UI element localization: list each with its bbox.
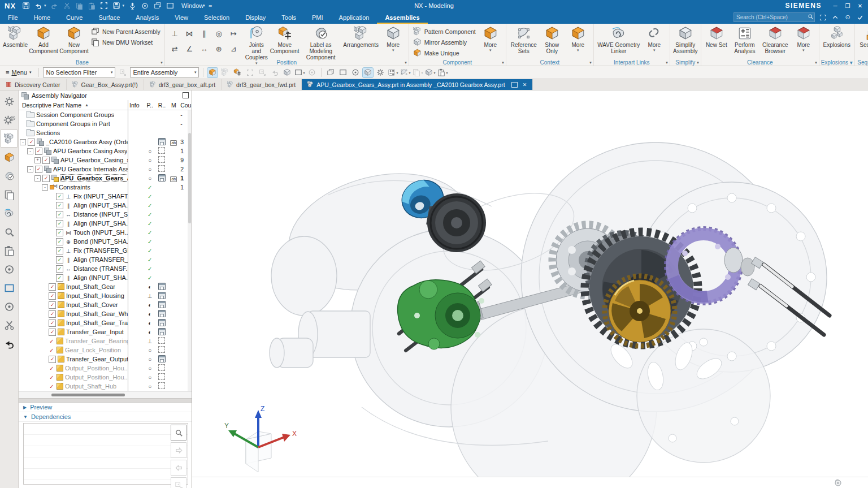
tree-row[interactable]: ✓Transfer_Gear_Output○ bbox=[19, 355, 192, 364]
tab-home[interactable]: Home bbox=[26, 12, 58, 24]
tab-discovery-center[interactable]: Discovery Center bbox=[0, 79, 67, 90]
tree-row[interactable]: ✓↔Distance (INPUT_S...✓ bbox=[19, 210, 192, 219]
base-launcher-icon[interactable]: ▾ bbox=[160, 61, 163, 65]
collapse-icon[interactable]: - bbox=[34, 175, 41, 182]
component-checkbox[interactable]: ✓ bbox=[35, 148, 42, 155]
preview-section-header[interactable]: ▶ Preview bbox=[19, 403, 192, 412]
tree-row[interactable]: ✓⊕Bond (INPUT_SHA...✓ bbox=[19, 237, 192, 246]
tree-item-label[interactable]: Bond (INPUT_SHA... bbox=[73, 238, 128, 245]
tab-tools[interactable]: Tools bbox=[274, 12, 304, 24]
tab-assemblies[interactable]: Assemblies bbox=[377, 12, 427, 24]
component-checkbox[interactable]: ✓ bbox=[56, 202, 63, 209]
assembly-tree[interactable]: Session Component Groups-Component Group… bbox=[19, 110, 192, 391]
tree-item-label[interactable]: Transfer_Gear_Bearing bbox=[65, 338, 128, 344]
tree-item-label[interactable]: APU Gearbox Internals Assy bbox=[53, 166, 128, 172]
tree-item-label[interactable]: APU_Gearbox_Casing_su... bbox=[60, 157, 128, 163]
component-checkbox[interactable]: ✓ bbox=[49, 329, 56, 336]
sidebar-item-reuse-library[interactable] bbox=[1, 186, 17, 203]
tree-item-label[interactable]: Component Groups in Part bbox=[36, 120, 110, 127]
position-circle-icon[interactable]: ○ bbox=[148, 347, 151, 353]
explosions-button[interactable]: Explosions bbox=[822, 24, 852, 48]
interpart-more-button[interactable]: More▾ bbox=[641, 24, 667, 53]
column-descriptive-part-name[interactable]: Descriptive Part Name bbox=[22, 102, 81, 109]
tab-drf3-gear-box-fwd[interactable]: drf3_gear_box_fwd.prt bbox=[222, 79, 302, 90]
clearance-browser-button[interactable]: Clearance Browser bbox=[760, 24, 791, 54]
sidebar-item-history[interactable] bbox=[1, 298, 17, 315]
tree-row[interactable]: Component Groups in Part- bbox=[19, 119, 192, 128]
component-checkbox[interactable]: ✓ bbox=[42, 157, 50, 164]
render-gears-icon[interactable] bbox=[375, 68, 385, 77]
position-circle-icon[interactable]: ○ bbox=[148, 175, 151, 182]
tab-selection[interactable]: Selection bbox=[196, 12, 237, 24]
tree-row[interactable]: -✓APU_Gearbox_Gears_Assy○ab1 bbox=[19, 174, 192, 183]
expand-icon[interactable]: + bbox=[34, 157, 41, 163]
lasso-icon[interactable] bbox=[270, 68, 280, 77]
component-checkbox[interactable]: ✓ bbox=[56, 211, 63, 218]
dependencies-section-header[interactable]: ▼ Dependencies bbox=[19, 412, 192, 422]
tree-item-label[interactable]: Input_Shaft_Gear_Tran... bbox=[66, 319, 128, 326]
close-tab-icon[interactable]: ✕ bbox=[523, 82, 527, 88]
constraint-nav-icon[interactable] bbox=[257, 68, 267, 77]
column-count[interactable]: Cou bbox=[179, 102, 192, 109]
cylinder-style-icon[interactable]: ▾ bbox=[425, 68, 435, 77]
restore-tab-icon[interactable] bbox=[511, 82, 518, 88]
collapse-icon[interactable]: - bbox=[27, 166, 33, 172]
component-more-button[interactable]: More▾ bbox=[478, 24, 504, 53]
window-grid-icon[interactable]: ▾ bbox=[388, 68, 398, 77]
paste-icon[interactable] bbox=[88, 2, 96, 10]
constraint-type-icon-8[interactable]: ⊕ bbox=[214, 43, 224, 55]
redo-icon[interactable] bbox=[50, 2, 59, 10]
tree-horizontal-scrollbar[interactable] bbox=[19, 391, 192, 398]
simplify-launcher-icon[interactable]: ▾ bbox=[697, 61, 699, 65]
tree-item-label[interactable]: Output_Position_Hou... bbox=[65, 374, 128, 381]
tree-row[interactable]: -✓APU Gearbox Casing Assy○1 bbox=[19, 146, 192, 156]
interpart-launcher-icon[interactable]: ▾ bbox=[666, 61, 668, 65]
constraint-type-icon-7[interactable]: ↔ bbox=[199, 43, 210, 55]
component-launcher-icon[interactable]: ▾ bbox=[502, 61, 504, 65]
perform-analysis-button[interactable]: Perform Analysis bbox=[730, 24, 760, 54]
constraint-type-icon-5[interactable]: ⇄ bbox=[170, 43, 180, 55]
sidebar-item-roles[interactable] bbox=[1, 111, 17, 128]
graphics-window[interactable]: Z Y X bbox=[192, 90, 868, 488]
position-circle-icon[interactable]: ○ bbox=[148, 356, 151, 362]
clearance-launcher-icon[interactable]: ▾ bbox=[815, 61, 817, 65]
component-check-icon[interactable]: ✓ bbox=[49, 347, 55, 353]
constraint-type-icon-0[interactable]: ⊥ bbox=[170, 28, 180, 40]
reset-filter-icon[interactable] bbox=[118, 68, 128, 77]
tree-row[interactable]: ✓Output_Position_Hou...○ bbox=[19, 364, 192, 373]
tree-row[interactable]: ✓∥Align (INPUT_SHA...✓ bbox=[19, 273, 192, 282]
reference-sets-button[interactable]: Reference Sets bbox=[509, 24, 539, 54]
component-checkbox[interactable]: ✓ bbox=[49, 310, 56, 318]
component-checkbox[interactable]: ✓ bbox=[49, 301, 56, 309]
constraint-type-icon-4[interactable]: ↦ bbox=[228, 28, 239, 40]
tree-row[interactable]: ✓Output_Position_Hou...○ bbox=[19, 373, 192, 382]
constraint-type-icon-1[interactable]: ⋈ bbox=[184, 28, 195, 40]
sidebar-item-internet[interactable] bbox=[1, 279, 17, 296]
snap-point-icon[interactable] bbox=[207, 68, 218, 77]
mirror-assembly-button[interactable]: Mirror Assembly bbox=[411, 37, 478, 47]
tree-row[interactable]: ✓↔Distance (TRANSF...✓ bbox=[19, 264, 192, 273]
show-degrees-icon[interactable] bbox=[282, 68, 292, 77]
tree-item-label[interactable]: Sections bbox=[36, 129, 60, 136]
sidebar-item-hd3d-tools[interactable] bbox=[1, 205, 17, 222]
dependencies-search-button[interactable] bbox=[171, 425, 186, 441]
selection-scope-dropdown[interactable]: Entire Assembly▾ bbox=[130, 67, 199, 77]
tab-view[interactable]: View bbox=[167, 12, 196, 24]
dependencies-list[interactable] bbox=[23, 423, 188, 485]
tree-row[interactable]: ✓Gear_Lock_Position○ bbox=[19, 346, 192, 355]
cascade-windows-icon[interactable] bbox=[153, 2, 162, 10]
undock-panel-icon[interactable] bbox=[183, 92, 189, 98]
position-circle-icon[interactable]: ○ bbox=[148, 148, 151, 154]
tree-row[interactable]: ✓⊥Fix (INPUT_SHAFT...✓ bbox=[19, 192, 192, 201]
sidebar-item-constraint-navigator[interactable] bbox=[1, 149, 17, 166]
undo-icon[interactable] bbox=[34, 2, 42, 10]
component-checkbox[interactable]: ✓ bbox=[56, 193, 63, 200]
assemble-button[interactable]: Assemble bbox=[2, 24, 28, 48]
tree-row[interactable]: ✓Transfer_Gear_Input◐ bbox=[19, 327, 192, 336]
tree-row[interactable]: -✓_CA2010 Gearbox Assy (Order: C...ab3 bbox=[19, 137, 192, 146]
tree-row[interactable]: ✓∥Align (TRANSFER_...✓ bbox=[19, 255, 192, 264]
component-check-icon[interactable]: ✓ bbox=[49, 374, 55, 381]
selection-filter-dropdown[interactable]: No Selection Filter▾ bbox=[43, 67, 115, 77]
tree-row[interactable]: ✓Input_Shaft_Housing⊥ bbox=[19, 291, 192, 300]
tree-item-label[interactable]: Touch (INPUT_SH... bbox=[73, 229, 128, 236]
